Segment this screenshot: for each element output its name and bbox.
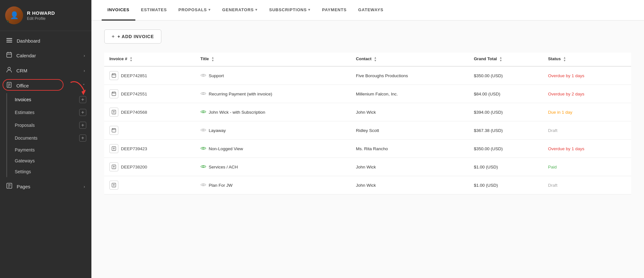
- invoice-type-icon: [109, 126, 118, 135]
- chevron-right-icon: ›: [84, 68, 85, 73]
- invoice-contact: John Wick: [351, 103, 469, 121]
- col-header-contact[interactable]: Contact ▲▼: [351, 53, 469, 66]
- add-invoice-button[interactable]: + + ADD INVOICE: [104, 29, 161, 44]
- sub-item-payments[interactable]: Payments: [6, 144, 91, 155]
- invoice-number: DEEP739423: [121, 146, 147, 151]
- tab-subscriptions[interactable]: SUBSCRIPTIONS ▾: [263, 0, 316, 20]
- svg-rect-21: [113, 74, 114, 75]
- sub-item-estimates[interactable]: Estimates +: [6, 106, 91, 119]
- tab-gateways[interactable]: GATEWAYS: [352, 0, 389, 20]
- visibility-icon: [200, 127, 206, 133]
- add-proposal-sidebar-button[interactable]: +: [79, 122, 86, 129]
- sidebar-item-calendar[interactable]: Calendar ›: [0, 48, 91, 63]
- invoice-title-cell: Plan For JW: [195, 176, 351, 194]
- tab-generators[interactable]: GENERATORS ▾: [216, 0, 263, 20]
- tab-invoices[interactable]: INVOICES: [102, 0, 135, 20]
- invoice-num-cell: DEEP739423: [104, 140, 195, 158]
- svg-rect-27: [113, 92, 114, 93]
- user-profile[interactable]: 👤 R HOWARD Edit Profile: [0, 0, 91, 31]
- add-invoice-label: + ADD INVOICE: [117, 34, 154, 39]
- invoice-title-cell: Support: [195, 66, 351, 85]
- chevron-down-icon: ▾: [308, 8, 310, 12]
- invoice-contact: Millenium Falcon, Inc.: [351, 85, 469, 103]
- table-row[interactable]: DEEP742851SupportFive Boroughs Productio…: [104, 66, 631, 85]
- col-header-title[interactable]: Title ▲▼: [195, 53, 351, 66]
- chevron-down-icon: ▾: [208, 8, 211, 12]
- chevron-right-icon: ›: [84, 184, 85, 189]
- sidebar-item-dashboard[interactable]: Dashboard: [0, 34, 91, 48]
- sub-item-label: Gateways: [15, 158, 86, 163]
- add-estimate-sidebar-button[interactable]: +: [79, 109, 86, 116]
- table-row[interactable]: DEEP738200Services / ACHJohn Wick$1.00 (…: [104, 158, 631, 176]
- invoice-num-cell: DEEP742551: [104, 85, 195, 103]
- sub-item-label: Documents: [15, 135, 79, 141]
- sub-item-settings[interactable]: Settings: [6, 166, 91, 177]
- sidebar-item-pages[interactable]: Pages ›: [0, 179, 91, 194]
- tab-payments[interactable]: PAYMENTS: [316, 0, 352, 20]
- svg-point-46: [202, 166, 204, 168]
- invoice-contact: Five Boroughs Productions: [351, 66, 469, 85]
- sub-item-documents[interactable]: Documents +: [6, 132, 91, 144]
- tab-estimates[interactable]: ESTIMATES: [135, 0, 173, 20]
- sub-item-label: Settings: [15, 169, 86, 174]
- table-row[interactable]: DEEP740568John Wick - with SubscriptionJ…: [104, 103, 631, 121]
- sidebar-item-office[interactable]: Office ˅: [0, 78, 91, 93]
- sub-item-label: Invoices: [15, 97, 79, 102]
- table-row[interactable]: DEEP742551Recurring Payment (with invoic…: [104, 85, 631, 103]
- sub-item-label: Estimates: [15, 110, 79, 115]
- invoice-grand-total: $350.00 (USD): [469, 66, 543, 85]
- invoice-grand-total: $1.00 (USD): [469, 158, 543, 176]
- table-row[interactable]: LayawayRidley Scott$367.38 (USD)Draft: [104, 121, 631, 140]
- invoice-grand-total: $1.00 (USD): [469, 176, 543, 194]
- invoice-status: Overdue by 1 days: [543, 140, 631, 158]
- invoice-type-icon: [109, 181, 118, 190]
- tab-proposals[interactable]: PROPOSALS ▾: [173, 0, 216, 20]
- col-header-status[interactable]: Status ▲▼: [543, 53, 631, 66]
- invoice-title-cell: Recurring Payment (with invoice): [195, 85, 351, 103]
- sidebar-item-crm[interactable]: CRM ›: [0, 63, 91, 78]
- invoice-num-cell: [104, 121, 195, 140]
- invoice-area: + + ADD INVOICE Invoice # ▲▼ Title ▲▼ Co…: [91, 20, 644, 278]
- invoice-title-cell: Non-Logged View: [195, 140, 351, 158]
- add-invoice-sidebar-button[interactable]: +: [79, 96, 86, 103]
- tab-label: GATEWAYS: [358, 7, 384, 12]
- visibility-icon: [200, 91, 206, 97]
- svg-rect-0: [6, 38, 12, 39]
- chevron-down-icon: ˅: [83, 83, 85, 88]
- sort-icon: ▲▼: [563, 56, 566, 62]
- chevron-down-icon: ▾: [255, 8, 258, 12]
- invoice-contact: John Wick: [351, 176, 469, 194]
- add-document-sidebar-button[interactable]: +: [79, 135, 86, 142]
- invoice-contact: Ridley Scott: [351, 121, 469, 140]
- col-header-invoice-num[interactable]: Invoice # ▲▼: [104, 53, 195, 66]
- sub-item-proposals[interactable]: Proposals +: [6, 119, 91, 132]
- invoice-title: Non-Logged View: [209, 146, 243, 151]
- pages-icon: [6, 183, 12, 190]
- col-header-grand-total[interactable]: Grand Total ▲▼: [469, 53, 543, 66]
- sub-item-gateways[interactable]: Gateways: [6, 155, 91, 166]
- invoice-title: Plan For JW: [209, 183, 233, 188]
- sub-item-label: Payments: [15, 147, 86, 152]
- invoice-title: Services / ACH: [209, 165, 238, 169]
- invoice-title: Layaway: [209, 128, 226, 133]
- table-header-row: Invoice # ▲▼ Title ▲▼ Contact ▲▼ Grand T…: [104, 53, 631, 66]
- svg-rect-37: [113, 129, 114, 129]
- invoice-number: DEEP742851: [121, 73, 147, 78]
- edit-profile-link[interactable]: Edit Profile: [27, 16, 55, 21]
- invoice-title-cell: Layaway: [195, 121, 351, 140]
- table-row[interactable]: DEEP739423Non-Logged ViewMs. Rita Rancho…: [104, 140, 631, 158]
- invoice-type-icon: [109, 144, 118, 153]
- calendar-icon: [6, 52, 12, 59]
- user-info: R HOWARD Edit Profile: [27, 10, 55, 21]
- table-row[interactable]: Plan For JWJohn Wick$1.00 (USD)Draft: [104, 176, 631, 194]
- invoice-status: Due in 1 day: [543, 103, 631, 121]
- sidebar-item-label: CRM: [16, 68, 84, 73]
- svg-point-22: [202, 75, 204, 76]
- invoice-title: Recurring Payment (with invoice): [209, 92, 272, 96]
- invoice-type-icon: [109, 71, 118, 80]
- dashboard-icon: [6, 37, 12, 44]
- sidebar-item-label: Pages: [17, 184, 84, 189]
- sub-item-invoices[interactable]: Invoices +: [6, 93, 91, 106]
- sort-icon: ▲▼: [211, 56, 214, 62]
- invoice-contact: Ms. Rita Rancho: [351, 140, 469, 158]
